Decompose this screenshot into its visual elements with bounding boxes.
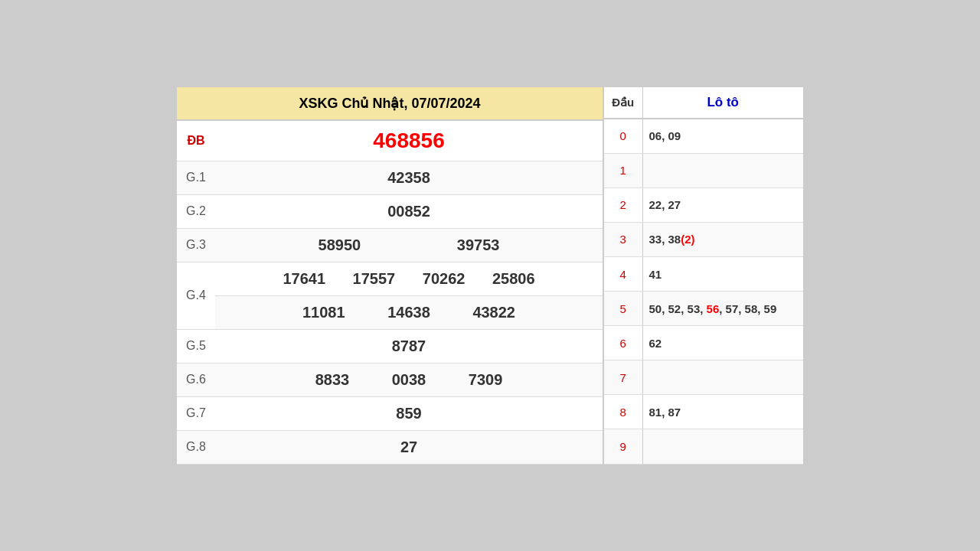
g6-label: G.6	[177, 363, 215, 396]
table-row-g5: G.5 8787	[177, 329, 603, 363]
g3-label: G.3	[177, 228, 215, 262]
g4-values-row1: 17641 17557 70262 25806	[215, 262, 603, 295]
g4-v6: 14638	[387, 304, 430, 321]
lottery-results: XSKG Chủ Nhật, 07/07/2024 ĐB 468856 G.1 …	[177, 87, 604, 465]
loto-8: 81, 87	[642, 395, 803, 429]
dau-0: 0	[604, 119, 642, 154]
loto-9	[642, 429, 803, 464]
loto-row-9: 9	[604, 429, 803, 464]
table-row-g8: G.8 27	[177, 430, 603, 464]
dau-9: 9	[604, 429, 642, 464]
table-row-g2: G.2 00852	[177, 194, 603, 228]
loto-row-7: 7	[604, 360, 803, 395]
loto-table: Đầu Lô tô 0 06, 09 1 2 22, 27 3	[604, 87, 803, 465]
table-row-g4b: 11081 14638 43822	[177, 295, 603, 329]
g7-label: G.7	[177, 396, 215, 430]
g2-value: 00852	[215, 194, 603, 228]
main-container: XSKG Chủ Nhật, 07/07/2024 ĐB 468856 G.1 …	[176, 86, 804, 465]
table-row-g1: G.1 42358	[177, 161, 603, 194]
g4-v5: 11081	[302, 304, 345, 321]
dau-header: Đầu	[604, 87, 642, 119]
g4-v4: 25806	[492, 270, 535, 287]
g4-v3: 70262	[423, 270, 466, 287]
g8-value: 27	[215, 430, 603, 464]
dau-8: 8	[604, 395, 642, 429]
loto-1	[642, 153, 803, 187]
g1-label: G.1	[177, 161, 215, 194]
g1-value: 42358	[215, 161, 603, 194]
g4-values-row2: 11081 14638 43822	[215, 295, 603, 329]
loto-3-special: (2)	[681, 233, 694, 246]
dau-4: 4	[604, 257, 642, 292]
g5-value: 8787	[215, 329, 603, 363]
loto-3: 33, 38(2)	[642, 222, 803, 256]
loto-header: Lô tô	[642, 87, 803, 119]
loto-5-56: 56	[707, 302, 720, 315]
g3-val2: 39753	[457, 236, 500, 253]
loto-row-4: 4 41	[604, 257, 803, 292]
g6-v1: 8833	[315, 371, 350, 388]
g4-v2: 17557	[353, 270, 396, 287]
loto-0: 06, 09	[642, 119, 803, 154]
g7-value: 859	[215, 396, 603, 430]
db-value: 468856	[215, 120, 603, 161]
g5-label: G.5	[177, 329, 215, 363]
loto-row-8: 8 81, 87	[604, 395, 803, 429]
loto-row-6: 6 62	[604, 326, 803, 360]
table-row-g6: G.6 8833 0038 7309	[177, 363, 603, 396]
loto-row-5: 5 50, 52, 53, 56, 57, 58, 59	[604, 292, 803, 326]
loto-row-1: 1	[604, 153, 803, 187]
table-header: XSKG Chủ Nhật, 07/07/2024	[177, 87, 603, 120]
table-row-g7: G.7 859	[177, 396, 603, 430]
g4-v1: 17641	[283, 270, 325, 287]
g8-label: G.8	[177, 430, 215, 464]
table-row-g3: G.3 58950 39753	[177, 228, 603, 262]
dau-7: 7	[604, 360, 642, 395]
g6-v3: 7309	[469, 371, 503, 388]
db-label: ĐB	[177, 120, 215, 161]
loto-row-0: 0 06, 09	[604, 119, 803, 154]
g2-label: G.2	[177, 194, 215, 228]
dau-1: 1	[604, 153, 642, 187]
g6-v2: 0038	[392, 371, 426, 388]
g6-values: 8833 0038 7309	[215, 363, 603, 396]
table-row-db: ĐB 468856	[177, 120, 603, 161]
loto-row-3: 3 33, 38(2)	[604, 222, 803, 256]
loto-4: 41	[642, 257, 803, 292]
dau-3: 3	[604, 222, 642, 256]
g3-values: 58950 39753	[215, 228, 603, 262]
loto-row-2: 2 22, 27	[604, 187, 803, 222]
loto-7	[642, 360, 803, 395]
dau-5: 5	[604, 292, 642, 326]
loto-2: 22, 27	[642, 187, 803, 222]
dau-6: 6	[604, 326, 642, 360]
table-row-g4a: G.4 17641 17557 70262 25806	[177, 262, 603, 295]
g4-v7: 43822	[472, 304, 515, 321]
loto-6: 62	[642, 326, 803, 360]
g3-val1: 58950	[318, 236, 361, 253]
dau-2: 2	[604, 187, 642, 222]
loto-5: 50, 52, 53, 56, 57, 58, 59	[642, 292, 803, 326]
g4-label: G.4	[177, 262, 215, 329]
